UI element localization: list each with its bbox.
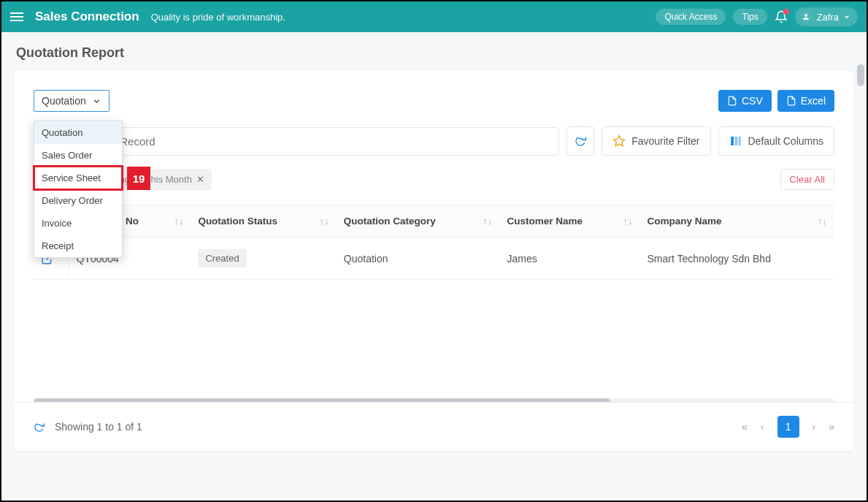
star-icon [612, 134, 626, 148]
cell-company-name: Smart Technology Sdn Bhd [640, 237, 834, 280]
cell-quotation-status: Created [191, 237, 336, 280]
dropdown-item-receipt[interactable]: Receipt [34, 235, 122, 257]
column-customer-name[interactable]: Customer Name↑↓ [499, 205, 640, 237]
table-footer: Showing 1 to 1 of 1 « ‹ 1 › » [15, 402, 853, 451]
cell-quotation-category: Quotation [337, 237, 500, 280]
columns-icon [729, 134, 742, 148]
table-header-row: Quotation No↑↓ Quotation Status↑↓ Quotat… [34, 205, 834, 237]
table-row[interactable]: QT00004 Created Quotation James Smart Te… [34, 237, 834, 280]
callout-step-badge: 19 [127, 167, 150, 190]
notifications-icon[interactable] [775, 10, 788, 23]
column-quotation-category[interactable]: Quotation Category↑↓ [337, 205, 500, 237]
svg-marker-1 [614, 136, 625, 146]
export-excel-button[interactable]: Excel [777, 90, 834, 112]
tips-button[interactable]: Tips [733, 9, 767, 25]
refresh-button[interactable] [566, 126, 594, 156]
dropdown-item-delivery-order[interactable]: Delivery Order [34, 189, 122, 212]
sort-icon[interactable]: ↑↓ [320, 216, 329, 227]
page-title: Quotation Report [1, 32, 867, 71]
notification-badge [783, 9, 789, 15]
app-tagline: Quality is pride of workmanship. [151, 12, 285, 23]
avatar-icon [799, 10, 813, 23]
showing-text: Showing 1 to 1 of 1 [55, 421, 142, 433]
svg-point-0 [804, 14, 807, 17]
sort-icon[interactable]: ↑↓ [483, 216, 492, 227]
svg-rect-2 [731, 137, 734, 145]
quick-access-button[interactable]: Quick Access [656, 9, 726, 25]
pagination: « ‹ 1 › » [742, 416, 834, 438]
report-type-value: Quotation [42, 95, 86, 107]
chip-value: This Month [145, 174, 192, 185]
report-type-dropdown: Quotation Sales Order Service Sheet 19 D… [34, 121, 123, 258]
dropdown-item-label: Service Sheet [42, 172, 101, 183]
export-excel-label: Excel [801, 95, 826, 107]
cell-customer-name: James [499, 237, 640, 280]
footer-refresh-icon[interactable] [34, 422, 45, 433]
column-company-name[interactable]: Company Name↑↓ [640, 205, 834, 237]
default-columns-label: Default Columns [748, 135, 824, 147]
favourite-filter-button[interactable]: Favourite Filter [602, 126, 710, 156]
page-next-button[interactable]: › [813, 421, 816, 433]
status-badge: Created [198, 249, 246, 267]
file-icon [727, 96, 737, 106]
page-prev-button[interactable]: ‹ [761, 421, 764, 433]
favourite-filter-label: Favourite Filter [631, 135, 699, 147]
page-first-button[interactable]: « [742, 421, 748, 433]
dropdown-item-service-sheet[interactable]: Service Sheet 19 [34, 167, 122, 189]
report-type-select[interactable]: Quotation [34, 90, 110, 112]
default-columns-button[interactable]: Default Columns [718, 126, 835, 156]
chevron-down-icon [92, 96, 101, 106]
sort-icon[interactable]: ↑↓ [818, 216, 827, 227]
report-card: Quotation CSV Excel Quotation Sales Orde… [15, 71, 853, 451]
sort-icon[interactable]: ↑↓ [623, 216, 633, 227]
chip-remove-icon[interactable]: ✕ [196, 174, 204, 185]
sort-icon[interactable]: ↑↓ [174, 216, 183, 227]
page-last-button[interactable]: » [829, 421, 834, 433]
page-scrollbar[interactable] [857, 64, 864, 86]
user-menu[interactable]: Zafra [795, 7, 858, 26]
chevron-down-icon [843, 13, 850, 20]
column-quotation-status[interactable]: Quotation Status↑↓ [191, 205, 336, 237]
file-icon [786, 96, 796, 106]
dropdown-item-sales-order[interactable]: Sales Order [34, 144, 122, 167]
export-csv-label: CSV [742, 95, 763, 107]
user-name: Zafra [817, 12, 839, 23]
dropdown-item-invoice[interactable]: Invoice [34, 212, 122, 235]
dropdown-item-quotation[interactable]: Quotation [34, 121, 122, 144]
export-csv-button[interactable]: CSV [718, 90, 772, 112]
refresh-icon [575, 135, 586, 147]
clear-all-button[interactable]: Clear All [780, 169, 834, 190]
report-table: Quotation No↑↓ Quotation Status↑↓ Quotat… [34, 205, 834, 280]
page-number-current[interactable]: 1 [777, 416, 799, 438]
app-brand: Sales Connection [35, 9, 139, 24]
svg-rect-3 [734, 137, 737, 145]
hamburger-menu-icon[interactable] [10, 12, 23, 21]
svg-rect-4 [738, 137, 740, 145]
top-nav-bar: Sales Connection Quality is pride of wor… [1, 1, 867, 32]
